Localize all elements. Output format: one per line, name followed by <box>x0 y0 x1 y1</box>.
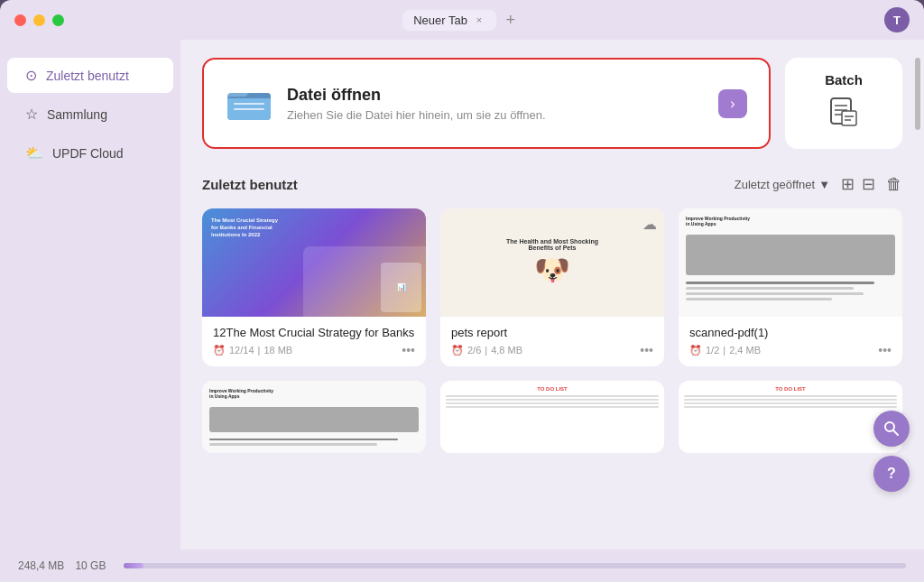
clock-icon: ⏰ <box>689 345 702 356</box>
clock-icon: ⏰ <box>451 345 464 356</box>
status-bar: 248,4 MB 10 GB <box>0 550 924 582</box>
file-size: 4,8 MB <box>491 345 522 356</box>
top-row: Datei öffnen Ziehen Sie die Datei hier h… <box>202 58 902 149</box>
sidebar-item-label: Sammlung <box>47 107 107 122</box>
recently-used-icon: ⊙ <box>25 67 37 84</box>
section-header: Zuletzt benutzt Zuletzt geöffnet ▼ ⊞ ⊟ 🗑 <box>202 174 902 194</box>
file-meta: ⏰ 12/14 | 18 MB ••• <box>213 343 415 357</box>
sidebar: ⊙ Zuletzt benutzt ☆ Sammlung ⛅ UPDF Clou… <box>0 40 180 550</box>
close-button[interactable] <box>14 14 26 26</box>
collection-icon: ☆ <box>25 106 38 123</box>
section-controls: Zuletzt geöffnet ▼ ⊞ ⊟ 🗑 <box>735 174 902 194</box>
file-thumb-pets: ☁ The Health and Most ShockingBenefits o… <box>440 208 664 317</box>
file-name: pets report <box>451 326 653 339</box>
file-card-banks[interactable]: The Most Crucial Strategyfor Banks and F… <box>202 208 426 366</box>
view-buttons: ⊞ ⊟ <box>841 174 875 194</box>
more-options-button[interactable]: ••• <box>878 343 892 357</box>
help-floating-button[interactable]: ? <box>873 456 910 492</box>
storage-bar <box>124 563 906 568</box>
file-info-scanned: scanned-pdf(1) ⏰ 1/2 | 2,4 MB ••• <box>679 317 902 366</box>
scrollbar-thumb[interactable] <box>915 58 920 130</box>
file-name: 12The Most Crucial Strategy for Banks <box>213 326 415 339</box>
open-file-card[interactable]: Datei öffnen Ziehen Sie die Datei hier h… <box>202 58 771 149</box>
sort-arrow: ▼ <box>818 178 830 191</box>
sidebar-item-label: UPDF Cloud <box>52 146 124 161</box>
tab-area: Neuer Tab × + <box>402 9 522 31</box>
minimize-button[interactable] <box>33 14 45 26</box>
file-separator: | <box>258 345 261 356</box>
cloud-sync-icon: ☁ <box>642 216 657 233</box>
file-info-banks: 12The Most Crucial Strategy for Banks ⏰ … <box>202 317 426 366</box>
grid-view-button[interactable]: ⊟ <box>862 174 875 194</box>
delete-button[interactable]: 🗑 <box>886 175 902 194</box>
file-card-todo[interactable]: TO DO LIST <box>440 381 664 453</box>
help-icon: ? <box>887 466 896 482</box>
tab-close-button[interactable]: × <box>473 14 485 26</box>
storage-total: 10 GB <box>75 559 106 572</box>
avatar[interactable]: T <box>884 7 910 32</box>
new-tab-button[interactable]: + <box>500 9 522 31</box>
sidebar-item-updf-cloud[interactable]: ⛅ UPDF Cloud <box>7 135 173 171</box>
tab-label: Neuer Tab <box>413 14 467 27</box>
file-thumb-scanned2: Improve Working Productivityin Using App… <box>202 381 426 453</box>
main-area: ⊙ Zuletzt benutzt ☆ Sammlung ⛅ UPDF Clou… <box>0 40 924 550</box>
file-thumb-todo: TO DO LIST <box>440 381 664 453</box>
file-date: 12/14 <box>229 345 254 356</box>
cloud-icon: ⛅ <box>25 144 43 162</box>
storage-fill <box>124 563 143 568</box>
scrollbar-track[interactable] <box>913 58 922 531</box>
file-date: 1/2 <box>706 345 719 356</box>
sort-button[interactable]: Zuletzt geöffnet ▼ <box>735 178 830 191</box>
maximize-button[interactable] <box>52 14 64 26</box>
file-card-pets[interactable]: ☁ The Health and Most ShockingBenefits o… <box>440 208 664 366</box>
svg-line-12 <box>893 430 898 435</box>
file-meta: ⏰ 2/6 | 4,8 MB ••• <box>451 343 653 357</box>
more-options-button[interactable]: ••• <box>402 343 415 357</box>
open-file-text: Datei öffnen Ziehen Sie die Datei hier h… <box>287 86 546 122</box>
traffic-lights <box>14 14 64 26</box>
file-meta-left: ⏰ 1/2 | 2,4 MB <box>689 345 761 356</box>
svg-rect-8 <box>842 111 856 125</box>
content-area: Datei öffnen Ziehen Sie die Datei hier h… <box>180 40 924 550</box>
file-thumb-scanned: Improve Working Productivityin Using App… <box>679 208 902 317</box>
file-size: 2,4 MB <box>729 345 761 356</box>
file-meta-left: ⏰ 2/6 | 4,8 MB <box>451 345 522 356</box>
list-view-button[interactable]: ⊞ <box>841 174 855 194</box>
sidebar-item-label: Zuletzt benutzt <box>46 69 129 83</box>
storage-used: 248,4 MB <box>18 559 64 572</box>
batch-icon <box>827 95 860 134</box>
file-separator: | <box>723 345 725 356</box>
search-floating-button[interactable] <box>873 411 910 447</box>
file-meta: ⏰ 1/2 | 2,4 MB ••• <box>689 343 892 357</box>
sidebar-item-recently-used[interactable]: ⊙ Zuletzt benutzt <box>7 58 173 93</box>
active-tab[interactable]: Neuer Tab × <box>402 10 496 31</box>
section-title: Zuletzt benutzt <box>202 177 298 192</box>
file-name: scanned-pdf(1) <box>689 326 892 339</box>
open-file-subtitle: Ziehen Sie die Datei hier hinein, um sie… <box>287 108 546 122</box>
floating-buttons: ? <box>873 411 910 492</box>
file-size: 18 MB <box>263 345 292 356</box>
files-grid: The Most Crucial Strategyfor Banks and F… <box>202 208 902 453</box>
file-card-scanned[interactable]: Improve Working Productivityin Using App… <box>679 208 902 366</box>
sidebar-item-collection[interactable]: ☆ Sammlung <box>7 97 173 132</box>
file-card-todo2[interactable]: TO DO LIST <box>679 381 902 453</box>
clock-icon: ⏰ <box>213 345 226 356</box>
file-meta-left: ⏰ 12/14 | 18 MB <box>213 345 292 356</box>
file-thumb-banks: The Most Crucial Strategyfor Banks and F… <box>202 208 426 317</box>
folder-icon-wrap <box>226 80 273 127</box>
batch-card[interactable]: Batch <box>785 58 902 149</box>
file-card-scanned2[interactable]: Improve Working Productivityin Using App… <box>202 381 426 453</box>
file-thumb-todo2: TO DO LIST <box>679 381 902 453</box>
batch-title: Batch <box>825 72 863 88</box>
file-date: 2/6 <box>467 345 481 356</box>
open-file-arrow-button[interactable]: › <box>718 89 747 118</box>
file-separator: | <box>485 345 487 356</box>
titlebar: Neuer Tab × + T <box>0 0 924 40</box>
folder-icon <box>227 86 271 122</box>
sort-label: Zuletzt geöffnet <box>735 178 815 191</box>
open-file-title: Datei öffnen <box>287 86 546 105</box>
file-info-pets: pets report ⏰ 2/6 | 4,8 MB ••• <box>440 317 664 366</box>
more-options-button[interactable]: ••• <box>640 343 653 357</box>
